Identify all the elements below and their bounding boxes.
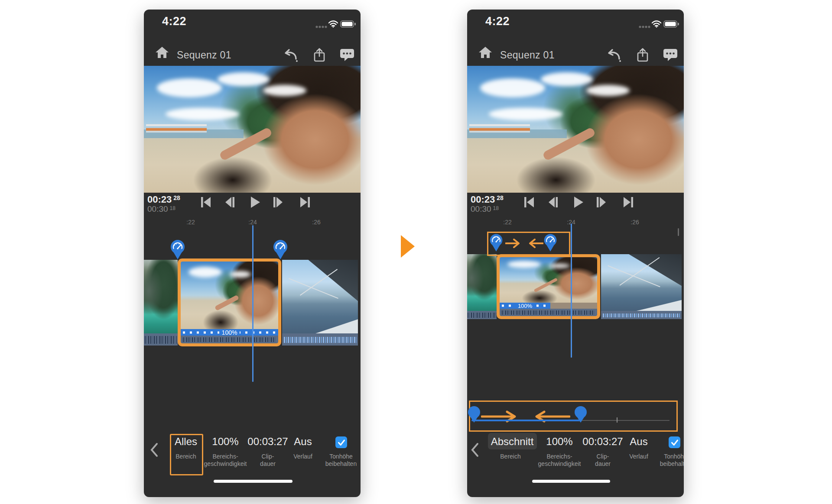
home-indicator[interactable]: [532, 480, 610, 483]
playhead[interactable]: [571, 223, 572, 358]
audio-waveform: [181, 336, 278, 343]
sequence-title: Sequenz 01: [500, 49, 555, 61]
status-time: 4:22: [162, 15, 186, 28]
speed-badge-end-icon[interactable]: [272, 239, 289, 260]
speed-badge-start-icon[interactable]: [489, 233, 504, 252]
timeline-scroll-indicator: [678, 228, 679, 236]
video-preview: [467, 66, 684, 193]
checkmark-icon: [670, 438, 679, 447]
home-icon[interactable]: [155, 46, 169, 59]
range-selected-track[interactable]: [471, 420, 581, 421]
step-forward-button[interactable]: [595, 196, 608, 209]
audio-waveform: [601, 311, 682, 319]
phone-screenshot-after: 4:22 Sequenz 01: [467, 10, 684, 497]
beach-selfie-frame: [467, 66, 684, 193]
timecode-current: 00:2328: [471, 194, 504, 205]
toolbar-ramp-value[interactable]: Aus: [294, 436, 312, 448]
home-icon[interactable]: [478, 46, 492, 59]
skip-start-button[interactable]: [199, 196, 213, 209]
audio-waveform: [500, 309, 597, 316]
play-button[interactable]: [248, 196, 262, 209]
toolbar-pitch-label: Tonhöhe beibehalten: [660, 453, 684, 468]
arm-shape: [214, 295, 239, 311]
ruler-tick: :22: [503, 219, 511, 226]
speed-strip: 100%: [181, 329, 278, 336]
skip-end-button[interactable]: [298, 196, 312, 209]
audio-waveform: [282, 333, 358, 346]
ruler-tick: :26: [312, 219, 320, 226]
pitch-checkbox[interactable]: [669, 436, 680, 448]
step-forward-button[interactable]: [271, 196, 285, 209]
checkmark-icon: [337, 438, 346, 447]
timeline-clip-lagoon[interactable]: [467, 254, 497, 319]
skip-end-button[interactable]: [621, 196, 635, 209]
range-end-handle[interactable]: [573, 406, 588, 425]
play-button[interactable]: [571, 196, 585, 209]
clip-speed-label: 100%: [515, 303, 535, 309]
toolbar-ramp-label: Verlauf: [293, 453, 312, 460]
toolbar-duration-label: Clip- dauer: [260, 453, 276, 468]
timeline-clip-lagoon[interactable]: [144, 260, 178, 346]
undo-icon[interactable]: [607, 48, 622, 62]
step-back-button[interactable]: [546, 196, 560, 209]
video-preview: [144, 66, 361, 193]
timecode-current: 00:2328: [147, 194, 180, 205]
toolbar-ramp-label: Verlauf: [629, 453, 648, 460]
undo-icon[interactable]: [283, 48, 299, 62]
share-icon[interactable]: [313, 48, 326, 62]
toolbar-ramp-value[interactable]: Aus: [630, 436, 647, 448]
ruler-tick: :26: [630, 219, 639, 226]
status-time: 4:22: [485, 15, 510, 28]
boat-hull: [315, 310, 358, 333]
back-chevron-button[interactable]: [150, 443, 159, 457]
share-icon[interactable]: [636, 48, 649, 62]
arm-shape: [533, 278, 557, 293]
skip-start-button[interactable]: [522, 196, 536, 209]
toolbar-speed-label: Bereichs- geschwindigkeit: [538, 453, 581, 468]
toolbar-duration-value[interactable]: 00:03:27: [582, 436, 623, 448]
clip-speed-label: 100%: [219, 330, 240, 336]
toolbar-speed-value[interactable]: 100%: [546, 436, 572, 448]
speed-strip-remainder: [550, 303, 597, 309]
timeline-clip-boat[interactable]: [282, 260, 358, 346]
comment-icon[interactable]: [663, 48, 679, 61]
ruler-tick: :22: [186, 219, 195, 226]
beach-selfie-frame: [144, 66, 361, 193]
toolbar-range-value[interactable]: Abschnitt: [491, 436, 534, 448]
speed-badge-start-icon[interactable]: [169, 239, 186, 260]
background-boat: [469, 119, 530, 138]
pitch-checkbox[interactable]: [335, 436, 347, 448]
boat-canopy: [619, 254, 682, 286]
background-boat: [146, 119, 207, 138]
toolbar-range-label: Bereich: [500, 453, 520, 460]
toolbar-speed-value[interactable]: 100%: [212, 436, 238, 448]
sequence-title: Sequenz 01: [177, 49, 231, 61]
timeline-clip-boat[interactable]: [601, 254, 682, 319]
transition-arrow-icon: [401, 235, 415, 258]
timecode-total: 00:3018: [147, 204, 176, 214]
toolbar-speed-label: Bereichs- geschwindigkeit: [204, 453, 247, 468]
comment-icon[interactable]: [340, 48, 355, 61]
speed-strip: 100%: [500, 303, 597, 309]
selected-clip[interactable]: 100%: [497, 254, 600, 319]
audio-waveform: [467, 311, 497, 319]
wifi-icon: [651, 20, 662, 28]
speed-badge-end-icon[interactable]: [543, 233, 558, 252]
range-track[interactable]: [581, 420, 670, 421]
range-start-handle[interactable]: [467, 406, 481, 425]
back-chevron-button[interactable]: [471, 443, 479, 457]
phone-screenshot-before: 4:22 Sequenz 01: [144, 10, 361, 497]
timecode-total: 00:3018: [471, 204, 499, 214]
range-highlight-box: [170, 434, 203, 475]
wifi-icon: [328, 20, 338, 28]
audio-waveform: [144, 333, 178, 346]
speed-strip-section: 100%: [500, 303, 550, 309]
home-indicator[interactable]: [214, 480, 292, 483]
playhead[interactable]: [252, 225, 254, 382]
selected-clip[interactable]: 100%: [178, 258, 281, 346]
range-position-tick: [617, 417, 618, 423]
step-back-button[interactable]: [223, 196, 237, 209]
battery-icon: [340, 20, 356, 28]
toolbar-duration-value[interactable]: 00:03:27: [247, 436, 288, 448]
boat-hull: [637, 293, 682, 311]
